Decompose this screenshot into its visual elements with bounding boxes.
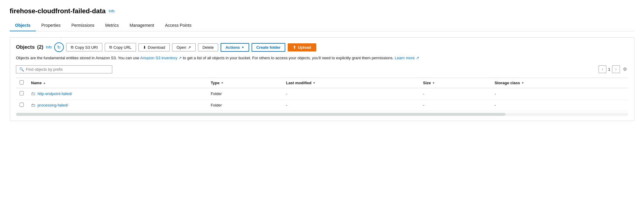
upload-button[interactable]: ⬆ Upload <box>288 43 316 51</box>
objects-panel: Objects (2) Info ↻ ⧉ Copy S3 URI ⧉ Copy … <box>10 37 634 121</box>
tab-objects[interactable]: Objects <box>10 20 36 31</box>
tab-metrics[interactable]: Metrics <box>100 20 124 31</box>
name-sort-icon[interactable]: ▲ <box>43 81 46 85</box>
row2-name-link[interactable]: processing-failed/ <box>38 103 68 107</box>
panel-title-row: Objects (2) Info <box>16 44 52 50</box>
search-icon: 🔍 <box>19 67 24 72</box>
tab-properties[interactable]: Properties <box>36 20 66 31</box>
pagination-row: ‹ 1 › ⚙ <box>599 65 628 73</box>
last-modified-sort-icon[interactable]: ▼ <box>313 81 316 85</box>
objects-description: Objects are the fundamental entities sto… <box>16 55 628 61</box>
upload-icon: ⬆ <box>293 45 296 50</box>
header-size: Size ▼ <box>420 78 491 88</box>
row2-last-modified: - <box>282 99 419 111</box>
row1-checkbox-cell <box>16 88 27 99</box>
header-checkbox-cell <box>16 78 27 88</box>
refresh-button[interactable]: ↻ <box>54 42 64 52</box>
tabs-nav: Objects Properties Permissions Metrics M… <box>10 20 634 31</box>
search-input[interactable] <box>26 67 109 72</box>
folder-icon: 🗀 <box>31 103 35 107</box>
external-link-icon: ↗ <box>188 45 191 50</box>
tab-management[interactable]: Management <box>124 20 160 31</box>
inventory-link[interactable]: Amazon S3 inventory ↗ <box>140 56 182 60</box>
create-folder-button[interactable]: Create folder <box>252 43 285 52</box>
row1-checkbox[interactable] <box>20 91 24 95</box>
copy-url-button[interactable]: ⧉ Copy URL <box>105 43 136 51</box>
row1-type: Folder <box>207 88 282 99</box>
row2-size: - <box>420 99 491 111</box>
header-storage-class: Storage class ▼ <box>491 78 628 88</box>
pagination-next-button[interactable]: › <box>612 65 620 73</box>
copy-s3-uri-button[interactable]: ⧉ Copy S3 URI <box>66 43 102 51</box>
copy-icon: ⧉ <box>71 45 73 50</box>
row1-size: - <box>420 88 491 99</box>
row2-type: Folder <box>207 99 282 111</box>
panel-count: (2) <box>37 44 43 50</box>
table-row: 🗀 http-endpoint-failed/ Folder - - - <box>16 88 628 99</box>
actions-button[interactable]: Actions ▼ <box>221 43 249 52</box>
folder-icon: 🗀 <box>31 91 35 96</box>
search-row: 🔍 ‹ 1 › ⚙ <box>16 65 628 73</box>
row1-name-link[interactable]: http-endpoint-failed/ <box>38 91 72 96</box>
size-sort-icon[interactable]: ▼ <box>432 81 435 85</box>
row1-last-modified: - <box>282 88 419 99</box>
tab-access-points[interactable]: Access Points <box>159 20 197 31</box>
page-title: firehose-cloudfront-failed-data <box>10 7 106 15</box>
download-icon: ⬇ <box>143 45 146 50</box>
scrollbar-thumb <box>16 113 506 116</box>
learn-more-link[interactable]: Learn more ↗ <box>395 56 419 60</box>
actions-chevron-icon: ▼ <box>241 46 244 49</box>
row1-storage-class: - <box>491 88 628 99</box>
download-button[interactable]: ⬇ Download <box>138 43 170 51</box>
refresh-icon: ↻ <box>57 45 61 50</box>
table-row: 🗀 processing-failed/ Folder - - - <box>16 99 628 111</box>
pagination-current: 1 <box>608 67 610 72</box>
table-settings-button[interactable]: ⚙ <box>622 66 628 73</box>
objects-info-button[interactable]: Info <box>46 45 52 49</box>
page-header: firehose-cloudfront-failed-data Info <box>10 7 634 15</box>
table-header-row: Name ▲ Type ▼ Last modified ▼ <box>16 78 628 88</box>
row2-storage-class: - <box>491 99 628 111</box>
select-all-checkbox[interactable] <box>20 80 24 85</box>
page-info-button[interactable]: Info <box>109 9 115 13</box>
row1-name: 🗀 http-endpoint-failed/ <box>27 88 207 99</box>
panel-title: Objects <box>16 44 35 50</box>
tab-permissions[interactable]: Permissions <box>66 20 100 31</box>
header-last-modified: Last modified ▼ <box>282 78 419 88</box>
row2-checkbox[interactable] <box>20 103 24 107</box>
open-button[interactable]: Open ↗ <box>172 43 196 51</box>
row2-checkbox-cell <box>16 99 27 111</box>
type-sort-icon[interactable]: ▼ <box>221 81 224 85</box>
pagination-prev-button[interactable]: ‹ <box>599 65 606 73</box>
objects-table: Name ▲ Type ▼ Last modified ▼ <box>16 78 628 111</box>
delete-button[interactable]: Delete <box>198 43 218 51</box>
horizontal-scrollbar[interactable] <box>16 113 628 116</box>
storage-class-sort-icon[interactable]: ▼ <box>521 81 524 85</box>
search-box: 🔍 <box>16 65 112 73</box>
header-type: Type ▼ <box>207 78 282 88</box>
row2-name: 🗀 processing-failed/ <box>27 99 207 111</box>
panel-toolbar: Objects (2) Info ↻ ⧉ Copy S3 URI ⧉ Copy … <box>16 42 628 52</box>
header-name: Name ▲ <box>27 78 207 88</box>
copy-url-icon: ⧉ <box>109 45 112 50</box>
